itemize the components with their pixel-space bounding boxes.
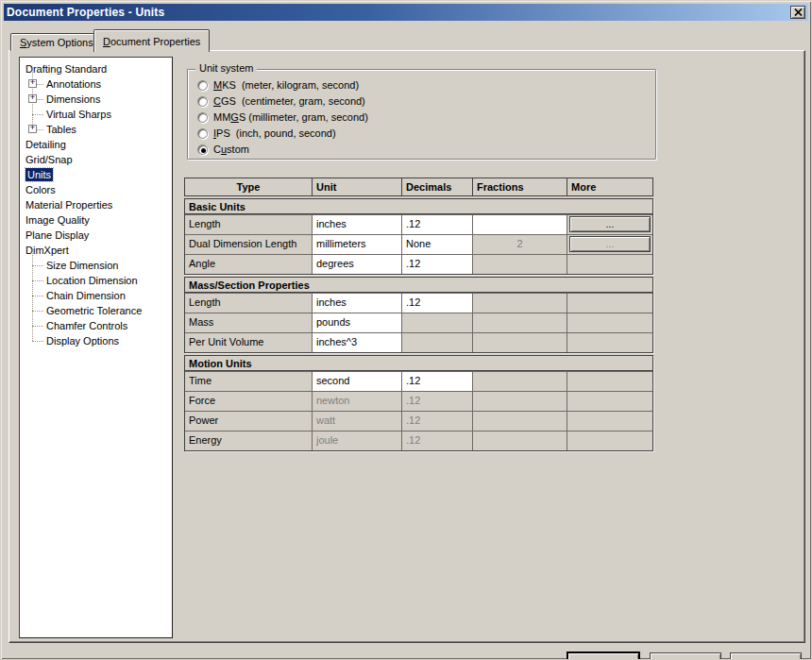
tree-item-plane-display[interactable]: Plane Display [20,228,172,243]
type-cell: Angle [185,255,313,274]
tab-document-properties[interactable]: Document Properties [93,29,210,52]
radio-icon[interactable] [197,128,208,139]
section-title: Basic Units [185,199,652,214]
header-fractions: Fractions [473,178,567,195]
unit-cell[interactable]: inches [313,215,402,234]
unit-cell[interactable]: degrees [313,255,402,274]
more-cell [567,372,652,391]
decimals-cell [402,313,473,332]
radio-icon[interactable] [197,96,208,107]
expand-plus-icon[interactable]: + [28,94,37,103]
row-length-mass: Length inches .12 [185,293,652,313]
expand-plus-icon[interactable]: + [28,125,37,133]
fractions-cell[interactable] [473,215,567,234]
unit-cell: watt [313,412,402,431]
more-cell [567,333,652,352]
unit-cell[interactable]: second [313,372,402,391]
tab-system-options[interactable]: System Options [10,33,103,51]
fractions-cell: 2 [473,235,567,254]
decimals-cell[interactable]: .12 [402,255,473,274]
tree-item-dimensions[interactable]: +Dimensions [20,92,172,107]
radio-ips[interactable]: IPS (inch, pound, second) [197,127,336,140]
unit-cell: newton [313,392,402,411]
unit-cell[interactable]: millimeters [313,235,402,254]
type-cell: Force [185,392,313,411]
radio-mks[interactable]: MKS (meter, kilogram, second) [197,78,359,92]
window-title: Document Properties - Units [4,6,164,19]
unit-cell: joule [313,432,402,450]
decimals-cell[interactable]: .12 [402,372,473,391]
tree-item-virtual-sharps[interactable]: Virtual Sharps [20,107,172,122]
tree-item-material-properties[interactable]: Material Properties [20,197,172,212]
tree-item-image-quality[interactable]: Image Quality [20,212,172,228]
tree-item-geometric-tolerance[interactable]: Geometric Tolerance [20,303,172,318]
more-cell [567,294,652,313]
unit-cell[interactable]: pounds [313,313,402,332]
section-title: Motion Units [185,356,652,371]
row-time: Time second .12 [185,371,652,391]
row-per-unit-volume: Per Unit Volume inches^3 [185,332,652,352]
document-properties-dialog: Document Properties - Units System Optio… [0,0,812,660]
radio-custom[interactable]: Custom [197,143,249,156]
title-bar: Document Properties - Units [4,4,808,21]
fractions-cell [473,294,567,313]
tree-item-drafting-standard[interactable]: Drafting Standard [20,61,172,76]
fractions-cell [473,392,567,411]
more-cell: ... [567,215,652,234]
type-cell: Power [185,412,313,431]
decimals-cell: .12 [402,412,473,431]
row-force: Force newton .12 [185,391,652,411]
row-power: Power watt .12 [185,411,652,431]
unit-cell[interactable]: inches^3 [313,333,402,352]
type-cell: Time [185,372,313,391]
more-cell [567,392,652,411]
header-more: More [567,178,652,195]
section-mass-section-properties: Mass/Section Properties Length inches .1… [184,277,653,353]
tree-item-grid-snap[interactable]: Grid/Snap [20,152,172,167]
section-basic-units: Basic Units Length inches .12 ... Dual D… [184,198,653,275]
radio-icon[interactable] [197,112,208,123]
more-cell: ... [567,235,652,254]
radio-cgs[interactable]: CGS (centimeter, gram, second) [197,94,365,108]
bottom-button-3[interactable] [730,652,802,660]
decimals-cell [402,333,473,352]
tree-item-units[interactable]: Units [20,167,172,182]
type-cell: Per Unit Volume [185,333,313,352]
type-cell: Energy [185,432,313,450]
tree-item-chamfer-controls[interactable]: Chamfer Controls [20,318,172,333]
unit-cell[interactable]: inches [313,294,402,313]
unit-system-groupbox: Unit system MKS (meter, kilogram, second… [187,69,656,160]
decimals-cell[interactable]: .12 [402,294,473,313]
fractions-cell [473,432,567,450]
decimals-cell[interactable]: .12 [402,215,473,234]
bottom-button-default[interactable] [567,652,639,660]
more-cell [567,432,652,450]
tree-item-size-dimension[interactable]: Size Dimension [20,258,172,273]
radio-icon[interactable] [197,80,208,91]
settings-tree: Drafting Standard +Annotations +Dimensio… [19,57,173,638]
decimals-cell[interactable]: None [402,235,473,254]
expand-plus-icon[interactable]: + [28,79,37,88]
close-button[interactable] [790,6,805,19]
type-cell: Mass [185,313,313,332]
tree-item-colors[interactable]: Colors [20,182,172,197]
fractions-cell [473,333,567,352]
more-button[interactable]: ... [569,216,651,232]
radio-mmgs[interactable]: MMGS (millimeter, gram, second) [197,110,368,124]
section-title: Mass/Section Properties [185,278,652,293]
tree-item-detailing[interactable]: Detailing [20,137,172,152]
tree-item-display-options[interactable]: Display Options [20,333,172,348]
type-cell: Length [185,215,313,234]
bottom-button-2[interactable] [650,652,721,660]
tab-page: Drafting Standard +Annotations +Dimensio… [8,50,805,643]
tree-item-annotations[interactable]: +Annotations [20,76,172,92]
header-unit: Unit [313,178,402,195]
tree-item-location-dimension[interactable]: Location Dimension [20,273,172,288]
radio-selected-icon[interactable] [197,144,208,155]
tree-item-chain-dimension[interactable]: Chain Dimension [20,288,172,303]
type-cell: Length [185,294,313,313]
row-length: Length inches .12 ... [185,214,652,234]
tree-item-tables[interactable]: +Tables [20,122,172,137]
more-cell [567,412,652,431]
tree-item-dimxpert[interactable]: DimXpert [20,243,172,258]
